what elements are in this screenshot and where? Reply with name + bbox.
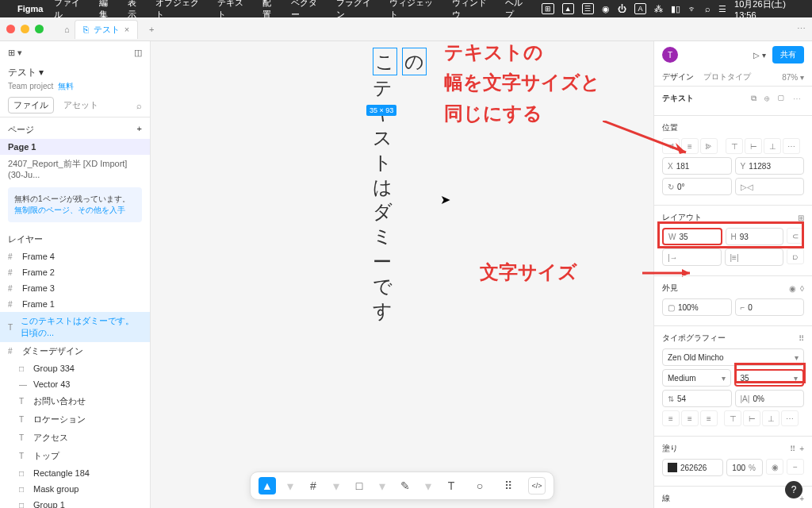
typography-more-icon[interactable]: ⋯	[781, 410, 799, 426]
free-badge[interactable]: 無料	[58, 82, 74, 90]
font-weight-field[interactable]: Medium▾	[662, 369, 731, 387]
menu-object[interactable]: オブジェクト	[155, 0, 206, 21]
text-align-right-icon[interactable]: ≡	[700, 410, 718, 426]
statusbar-toggle-icon[interactable]: ⏻	[618, 4, 626, 13]
layer-item[interactable]: #ダミーデザイン	[0, 342, 150, 360]
radius-field[interactable]: ⌐0	[735, 298, 805, 316]
menu-plugin[interactable]: プラグイン	[336, 0, 379, 21]
menu-window[interactable]: ウィンドウ	[452, 0, 495, 21]
help-button[interactable]: ?	[785, 481, 802, 498]
menu-help[interactable]: ヘルプ	[505, 0, 530, 21]
doc-title[interactable]: テスト ▾	[0, 64, 150, 79]
constrain-icon[interactable]: ⊂	[787, 228, 804, 244]
statusbar-wifi-icon[interactable]: ᯤ	[688, 4, 697, 13]
statusbar-battery-icon[interactable]: ▮▯	[671, 4, 680, 14]
statusbar-record-icon[interactable]: ◉	[602, 4, 610, 14]
layer-item[interactable]: □Group 1	[0, 497, 150, 508]
move-tool[interactable]: ▲	[259, 477, 276, 495]
frame-tool[interactable]: #	[304, 477, 322, 495]
layer-item[interactable]: □Group 334	[0, 360, 150, 376]
user-avatar[interactable]: T	[662, 47, 678, 63]
layer-item[interactable]: #Frame 1	[0, 296, 150, 312]
layer-item[interactable]: □Mask group	[0, 481, 150, 497]
prototype-tab[interactable]: プロトタイプ	[703, 71, 751, 83]
actions-tool[interactable]: ⠿	[500, 477, 517, 495]
align-bottom-icon[interactable]: ⊥	[764, 138, 781, 154]
asset-tab[interactable]: アセット	[63, 99, 98, 111]
design-tab[interactable]: デザイン	[662, 71, 694, 83]
line-height-field[interactable]: ⇅54	[662, 390, 732, 407]
upgrade-link[interactable]: 無制限のページ、その他を入手	[14, 206, 125, 214]
align-more-icon[interactable]: ⋯	[783, 138, 800, 154]
y-field[interactable]: Y11283	[735, 157, 805, 175]
statusbar-line-icon[interactable]: ☰	[582, 3, 594, 14]
layer-item[interactable]: □Rectangle 184	[0, 465, 150, 481]
opacity-field[interactable]: ▢100%	[662, 298, 732, 316]
add-page-icon[interactable]: +	[137, 124, 142, 136]
zoom-control[interactable]: 87% ▾	[782, 73, 804, 82]
statusbar-a-icon[interactable]: A	[634, 3, 646, 14]
canvas[interactable]: こ の テ キ ス ト は ダ ミ ー で す 35 × 93 テキストの 幅を…	[151, 41, 653, 508]
layer-item[interactable]: Tアクセス	[0, 429, 150, 447]
fill-remove-icon[interactable]: −	[787, 459, 804, 475]
dev-mode-toggle[interactable]: </>	[528, 477, 546, 495]
appearance-icons[interactable]: ◉ ◊	[789, 284, 805, 293]
page-item[interactable]: 2407_Report_前半 [XD Import] (30-Ju...	[0, 155, 150, 183]
home-icon[interactable]: ⌂	[64, 25, 70, 34]
resize-horiz[interactable]: |→	[662, 248, 722, 266]
letter-spacing-field[interactable]: |A|0%	[735, 390, 805, 407]
close-button[interactable]	[6, 25, 15, 33]
menu-app-name[interactable]: Figma	[17, 4, 43, 13]
statusbar-icon[interactable]: ⊞	[542, 3, 553, 14]
resize-more[interactable]: ⫐	[787, 248, 804, 264]
menu-vector[interactable]: ベクター	[291, 0, 325, 21]
text-valign-bot-icon[interactable]: ⊥	[762, 410, 779, 426]
statusbar-bluetooth-icon[interactable]: ⁂	[654, 4, 663, 14]
menu-view[interactable]: 表示	[128, 0, 144, 21]
maximize-button[interactable]	[35, 25, 44, 33]
section-icons[interactable]: ⧉ ⊕ ▢ ⋯	[751, 94, 804, 103]
layer-item[interactable]: Tこのテキストはダミーです。日頃の...	[0, 312, 150, 342]
page-item[interactable]: Page 1	[0, 139, 150, 155]
document-tab[interactable]: ⎘ テスト ×	[75, 20, 138, 39]
fill-color-field[interactable]: 262626	[662, 459, 723, 476]
layers-header[interactable]: レイヤー	[8, 233, 43, 245]
fill-actions[interactable]: ⠿ +	[790, 444, 804, 453]
width-field[interactable]: W35	[662, 228, 722, 245]
tab-close-icon[interactable]: ×	[124, 25, 129, 34]
text-align-left-icon[interactable]: ≡	[662, 410, 680, 426]
vertical-text-object[interactable]: こ の テ キ ス ト は ダ ミ ー で す	[373, 48, 427, 323]
layer-item[interactable]: —Vector 43	[0, 376, 150, 392]
fill-opacity-field[interactable]: 100%	[726, 459, 763, 476]
layer-item[interactable]: #Frame 2	[0, 264, 150, 280]
align-top-icon[interactable]: ⊤	[726, 138, 743, 154]
text-align-center-icon[interactable]: ≡	[681, 410, 699, 426]
new-tab-button[interactable]: +	[143, 25, 160, 34]
text-tool[interactable]: T	[442, 477, 460, 495]
layer-item[interactable]: #Frame 3	[0, 280, 150, 296]
comment-tool[interactable]: ○	[471, 477, 488, 495]
text-valign-mid-icon[interactable]: ⊢	[743, 410, 760, 426]
text-valign-top-icon[interactable]: ⊤	[724, 410, 741, 426]
search-icon[interactable]: ⌕	[136, 101, 142, 110]
align-right-icon[interactable]: ⫸	[700, 138, 718, 154]
titlebar-overflow-icon[interactable]: ⋯	[797, 24, 806, 34]
statusbar-icon[interactable]: ▲	[562, 3, 574, 14]
layer-item[interactable]: Tトップ	[0, 447, 150, 465]
pen-tool[interactable]: ✎	[396, 477, 414, 495]
font-family-field[interactable]: Zen Old Mincho▾	[662, 348, 804, 366]
share-button[interactable]: 共有	[772, 46, 804, 64]
menu-widget[interactable]: ウィジェット	[389, 0, 440, 21]
layer-item[interactable]: Tロケーション	[0, 410, 150, 429]
panel-collapse-icon[interactable]: ◫	[134, 48, 142, 58]
layer-item[interactable]: #Frame 4	[0, 248, 150, 264]
flip-field[interactable]: ▷◁	[735, 178, 805, 195]
file-tab[interactable]: ファイル	[8, 97, 54, 114]
statusbar-search-icon[interactable]: ⌕	[705, 4, 710, 13]
shape-tool[interactable]: □	[350, 477, 368, 495]
autolayout-icon[interactable]: ⊞	[798, 214, 804, 222]
typography-settings-icon[interactable]: ⠿	[799, 334, 804, 343]
menu-file[interactable]: ファイル	[54, 0, 88, 21]
resize-vert[interactable]: |≡|	[725, 248, 784, 266]
present-icon[interactable]: ▷ ▾	[753, 51, 766, 60]
